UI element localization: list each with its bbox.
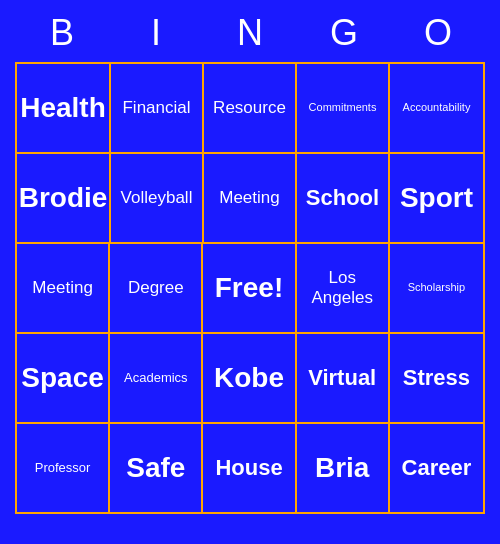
cell-text-3-1: Academics <box>124 370 188 386</box>
cell-1-2: Meeting <box>204 154 297 242</box>
cell-4-2: House <box>203 424 296 512</box>
letter-o: O <box>394 12 482 54</box>
cell-text-4-4: Career <box>402 455 472 481</box>
cell-text-3-0: Space <box>21 361 104 395</box>
cell-2-0: Meeting <box>17 244 110 332</box>
cell-3-1: Academics <box>110 334 203 422</box>
cell-text-1-1: Volleyball <box>121 188 193 208</box>
cell-text-0-0: Health <box>20 91 106 125</box>
cell-2-3: Los Angeles <box>297 244 390 332</box>
cell-2-2: Free! <box>203 244 296 332</box>
letter-g: G <box>300 12 388 54</box>
cell-text-1-2: Meeting <box>219 188 279 208</box>
cell-text-4-2: House <box>215 455 282 481</box>
board-row-0: HealthFinancialResourceCommitmentsAccoun… <box>17 64 483 154</box>
cell-text-0-1: Financial <box>122 98 190 118</box>
cell-0-3: Commitments <box>297 64 390 152</box>
letter-i: I <box>112 12 200 54</box>
bingo-header: B I N G O <box>15 0 485 62</box>
cell-0-2: Resource <box>204 64 297 152</box>
cell-text-4-1: Safe <box>126 451 185 485</box>
cell-4-1: Safe <box>110 424 203 512</box>
bingo-board: HealthFinancialResourceCommitmentsAccoun… <box>15 62 485 514</box>
cell-4-3: Bria <box>297 424 390 512</box>
cell-3-0: Space <box>17 334 110 422</box>
board-row-4: ProfessorSafeHouseBriaCareer <box>17 424 483 512</box>
cell-1-0: Brodie <box>17 154 111 242</box>
cell-text-0-2: Resource <box>213 98 286 118</box>
letter-n: N <box>206 12 294 54</box>
cell-text-3-3: Virtual <box>308 365 376 391</box>
cell-text-2-3: Los Angeles <box>301 268 384 309</box>
cell-0-1: Financial <box>111 64 204 152</box>
cell-text-4-3: Bria <box>315 451 369 485</box>
cell-text-0-3: Commitments <box>309 101 377 114</box>
cell-text-1-0: Brodie <box>19 181 108 215</box>
cell-text-3-2: Kobe <box>214 361 284 395</box>
cell-0-4: Accountability <box>390 64 483 152</box>
board-row-1: BrodieVolleyballMeetingSchoolSport <box>17 154 483 244</box>
cell-text-2-2: Free! <box>215 271 283 305</box>
cell-text-2-1: Degree <box>128 278 184 298</box>
board-row-2: MeetingDegreeFree!Los AngelesScholarship <box>17 244 483 334</box>
cell-1-1: Volleyball <box>111 154 204 242</box>
cell-1-4: Sport <box>390 154 483 242</box>
cell-3-3: Virtual <box>297 334 390 422</box>
cell-0-0: Health <box>17 64 111 152</box>
cell-1-3: School <box>297 154 390 242</box>
cell-2-1: Degree <box>110 244 203 332</box>
cell-4-4: Career <box>390 424 483 512</box>
cell-4-0: Professor <box>17 424 110 512</box>
cell-text-1-3: School <box>306 185 379 211</box>
cell-text-2-4: Scholarship <box>408 281 465 294</box>
board-row-3: SpaceAcademicsKobeVirtualStress <box>17 334 483 424</box>
cell-text-2-0: Meeting <box>32 278 92 298</box>
cell-text-3-4: Stress <box>403 365 470 391</box>
cell-3-2: Kobe <box>203 334 296 422</box>
cell-2-4: Scholarship <box>390 244 483 332</box>
letter-b: B <box>18 12 106 54</box>
cell-text-1-4: Sport <box>400 181 473 215</box>
cell-text-4-0: Professor <box>35 460 91 476</box>
cell-3-4: Stress <box>390 334 483 422</box>
cell-text-0-4: Accountability <box>403 101 471 114</box>
